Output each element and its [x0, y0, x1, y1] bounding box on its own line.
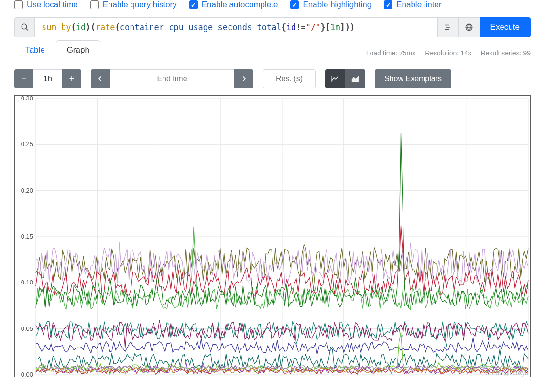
- checkbox-icon[interactable]: [14, 0, 23, 9]
- checkbox-icon[interactable]: [384, 0, 392, 9]
- option-local_time[interactable]: Use local time: [14, 0, 78, 10]
- resolution-input[interactable]: [263, 69, 316, 88]
- query-row: sum by (id) (rate (container_cpu_usage_s…: [0, 13, 545, 37]
- checkbox-icon[interactable]: [90, 0, 99, 9]
- end-time-input[interactable]: [110, 69, 234, 88]
- result-tabs: Table Graph: [14, 40, 100, 60]
- checkbox-icon[interactable]: [189, 0, 198, 9]
- svg-text:0.05: 0.05: [21, 325, 33, 332]
- svg-point-0: [22, 24, 27, 29]
- range-plus-button[interactable]: +: [62, 69, 81, 88]
- range-input[interactable]: [33, 69, 62, 88]
- graph-controls: − + Show Exemplars: [0, 60, 545, 88]
- stat-load-time: Load time: 75ms: [366, 49, 416, 57]
- view-toggle: [325, 69, 365, 88]
- checkbox-icon[interactable]: [290, 0, 299, 9]
- svg-text:0.25: 0.25: [21, 141, 33, 148]
- format-icon[interactable]: [437, 17, 458, 37]
- option-label: Enable query history: [103, 0, 177, 10]
- search-icon: [14, 17, 34, 37]
- tab-table[interactable]: Table: [14, 40, 56, 60]
- endtime-group: [91, 69, 253, 88]
- tab-stat-row: Table Graph Load time: 75ms Resolution: …: [0, 37, 545, 60]
- stat-series: Result series: 99: [481, 49, 531, 57]
- globe-icon[interactable]: [458, 17, 480, 37]
- svg-line-1: [26, 29, 28, 31]
- watermark: CSDN @ucbkyu: [485, 370, 528, 377]
- show-exemplars-button[interactable]: Show Exemplars: [375, 69, 451, 88]
- line-chart: 0.000.050.100.150.200.250.30: [15, 96, 530, 377]
- svg-text:0.10: 0.10: [21, 279, 33, 286]
- tab-graph[interactable]: Graph: [56, 40, 100, 60]
- options-bar: Use local timeEnable query historyEnable…: [0, 0, 545, 13]
- option-highlighting[interactable]: Enable highlighting: [290, 0, 371, 10]
- query-input[interactable]: sum by (id) (rate (container_cpu_usage_s…: [34, 17, 437, 37]
- option-autocomplete[interactable]: Enable autocomplete: [189, 0, 278, 10]
- svg-text:0.30: 0.30: [21, 96, 33, 102]
- area-chart-icon[interactable]: [345, 69, 365, 88]
- svg-text:0.20: 0.20: [21, 187, 33, 194]
- query-stats: Load time: 75ms Resolution: 14s Result s…: [366, 49, 531, 60]
- chart-panel[interactable]: 0.000.050.100.150.200.250.30 CSDN @ucbky…: [14, 95, 531, 377]
- execute-button[interactable]: Execute: [480, 17, 531, 37]
- range-minus-button[interactable]: −: [14, 69, 33, 88]
- time-next-button[interactable]: [234, 69, 253, 88]
- line-chart-icon[interactable]: [325, 69, 345, 88]
- stat-resolution: Resolution: 14s: [425, 49, 471, 57]
- range-group: − +: [14, 69, 81, 88]
- svg-text:0.15: 0.15: [21, 233, 33, 240]
- option-label: Enable linter: [396, 0, 442, 10]
- option-label: Use local time: [27, 0, 78, 10]
- option-label: Enable highlighting: [303, 0, 371, 10]
- option-linter[interactable]: Enable linter: [384, 0, 442, 10]
- option-label: Enable autocomplete: [202, 0, 278, 10]
- time-prev-button[interactable]: [91, 69, 110, 88]
- svg-text:0.00: 0.00: [21, 371, 33, 377]
- option-history[interactable]: Enable query history: [90, 0, 177, 10]
